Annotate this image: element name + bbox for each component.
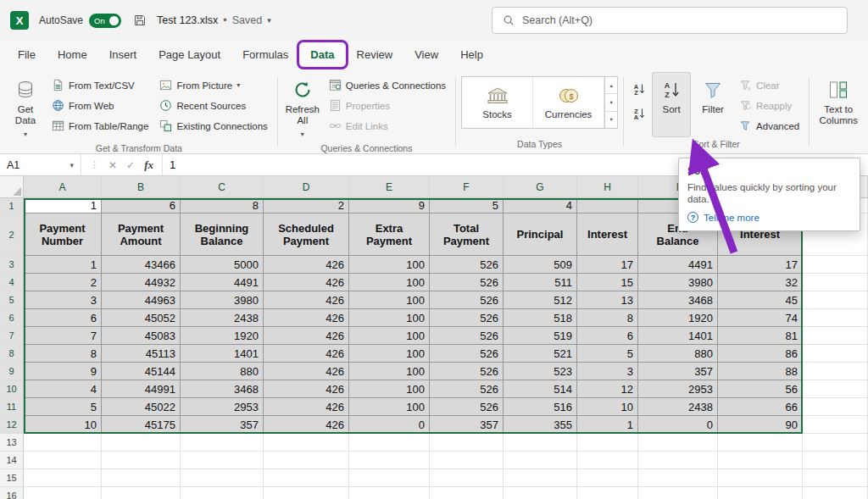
- cell-A2[interactable]: Payment Number: [24, 213, 102, 256]
- tab-page-layout[interactable]: Page Layout: [149, 44, 230, 65]
- insert-function-icon[interactable]: fx: [144, 158, 153, 172]
- cell-G13[interactable]: [504, 434, 577, 452]
- cell-F16[interactable]: [430, 487, 504, 499]
- cell-E11[interactable]: 100: [349, 398, 430, 416]
- cell-H5[interactable]: 13: [577, 291, 638, 309]
- cell-A7[interactable]: 7: [24, 327, 102, 345]
- text-to-columns-button[interactable]: Text to Columns: [815, 72, 862, 147]
- cell-G14[interactable]: [504, 452, 577, 469]
- cell-I4[interactable]: 3980: [638, 274, 718, 291]
- from-picture-button[interactable]: From Picture ▾: [155, 76, 271, 94]
- cell-J11[interactable]: 66: [718, 398, 803, 416]
- cell-B13[interactable]: [102, 434, 181, 452]
- cell-H2[interactable]: Interest: [577, 213, 638, 256]
- cell-filler-14[interactable]: [803, 452, 868, 469]
- search-box[interactable]: Search (Alt+Q): [492, 7, 848, 34]
- clear-filter-button[interactable]: Clear: [735, 76, 804, 94]
- cell-B3[interactable]: 43466: [102, 256, 181, 274]
- currencies-button[interactable]: $ Currencies: [533, 77, 604, 128]
- autosave-toggle[interactable]: On: [89, 14, 121, 28]
- cell-J16[interactable]: [718, 487, 803, 499]
- cell-E14[interactable]: [349, 452, 430, 469]
- cell-B11[interactable]: 45022: [102, 398, 181, 416]
- cell-B4[interactable]: 44932: [102, 274, 181, 291]
- cell-I9[interactable]: 357: [638, 363, 718, 380]
- cell-A12[interactable]: 10: [24, 416, 102, 434]
- cell-J15[interactable]: [718, 469, 803, 487]
- cell-E3[interactable]: 100: [349, 256, 430, 274]
- gallery-more-button[interactable]: ▾: [605, 112, 617, 128]
- column-header-D[interactable]: D: [264, 176, 349, 197]
- cell-D14[interactable]: [264, 452, 349, 469]
- cell-B15[interactable]: [102, 469, 181, 487]
- cell-F5[interactable]: 526: [430, 291, 504, 309]
- cell-H14[interactable]: [577, 452, 638, 469]
- cell-B12[interactable]: 45175: [102, 416, 181, 434]
- cell-D8[interactable]: 426: [264, 345, 349, 363]
- cell-J4[interactable]: 32: [718, 274, 803, 291]
- cell-F4[interactable]: 526: [430, 274, 504, 291]
- cell-I5[interactable]: 3468: [638, 291, 718, 309]
- enter-icon[interactable]: ✓: [126, 159, 135, 171]
- row-header-8[interactable]: 8: [0, 345, 24, 363]
- cell-D6[interactable]: 426: [264, 309, 349, 327]
- cell-filler-7[interactable]: [803, 327, 868, 345]
- cell-H8[interactable]: 5: [577, 345, 638, 363]
- cell-B8[interactable]: 45113: [102, 345, 181, 363]
- cell-C15[interactable]: [181, 469, 264, 487]
- cell-G16[interactable]: [504, 487, 577, 499]
- cell-H11[interactable]: 10: [577, 398, 638, 416]
- cell-J13[interactable]: [718, 434, 803, 452]
- sort-az-button[interactable]: AZ: [629, 80, 649, 97]
- cell-I10[interactable]: 2953: [638, 380, 718, 398]
- name-box[interactable]: A1 ▾: [0, 154, 81, 175]
- cell-C16[interactable]: [181, 487, 264, 499]
- cell-J12[interactable]: 90: [718, 416, 803, 434]
- cell-C13[interactable]: [181, 434, 264, 452]
- cell-J5[interactable]: 45: [718, 291, 803, 309]
- cell-E12[interactable]: 0: [349, 416, 430, 434]
- cancel-icon[interactable]: ✕: [108, 159, 117, 171]
- cell-A8[interactable]: 8: [24, 345, 102, 363]
- cell-A4[interactable]: 2: [24, 274, 102, 291]
- queries-connections-button[interactable]: Queries & Connections: [325, 76, 450, 94]
- cell-H10[interactable]: 12: [577, 380, 638, 398]
- cell-I13[interactable]: [638, 434, 718, 452]
- cell-H3[interactable]: 17: [577, 256, 638, 274]
- row-header-2[interactable]: 2: [0, 213, 24, 256]
- existing-connections-button[interactable]: Existing Connections: [155, 117, 271, 135]
- cell-filler-4[interactable]: [803, 274, 868, 291]
- cell-B5[interactable]: 44963: [102, 291, 181, 309]
- row-header-14[interactable]: 14: [0, 452, 24, 469]
- row-header-10[interactable]: 10: [0, 380, 24, 398]
- cell-I12[interactable]: 0: [638, 416, 718, 434]
- refresh-all-button[interactable]: Refresh All ▾: [283, 72, 322, 141]
- cell-C12[interactable]: 357: [181, 416, 264, 434]
- cell-F15[interactable]: [430, 469, 504, 487]
- cell-filler-11[interactable]: [803, 398, 868, 416]
- recent-sources-button[interactable]: Recent Sources: [155, 97, 271, 114]
- cell-filler-16[interactable]: [803, 487, 868, 499]
- tab-formulas[interactable]: Formulas: [233, 44, 298, 65]
- cell-G5[interactable]: 512: [504, 291, 577, 309]
- cell-E5[interactable]: 100: [349, 291, 430, 309]
- cell-A16[interactable]: [24, 487, 102, 499]
- cell-E4[interactable]: 100: [349, 274, 430, 291]
- from-table-range-button[interactable]: From Table/Range: [47, 117, 153, 135]
- cell-F13[interactable]: [430, 434, 504, 452]
- cell-A5[interactable]: 3: [24, 291, 102, 309]
- cell-C11[interactable]: 2953: [181, 398, 264, 416]
- cell-filler-12[interactable]: [803, 416, 868, 434]
- cell-filler-6[interactable]: [803, 309, 868, 327]
- stocks-button[interactable]: Stocks: [462, 77, 533, 128]
- cell-C7[interactable]: 1920: [181, 327, 264, 345]
- cell-filler-5[interactable]: [803, 291, 868, 309]
- document-title[interactable]: Test 123.xlsx • Saved ▾: [157, 14, 271, 26]
- cell-B1[interactable]: 6: [102, 198, 181, 213]
- cell-I7[interactable]: 1401: [638, 327, 718, 345]
- row-header-12[interactable]: 12: [0, 416, 24, 434]
- get-data-button[interactable]: Get Data ▾: [6, 72, 45, 141]
- cell-F12[interactable]: 357: [430, 416, 504, 434]
- advanced-filter-button[interactable]: Advanced: [735, 117, 804, 135]
- row-header-3[interactable]: 3: [0, 256, 24, 274]
